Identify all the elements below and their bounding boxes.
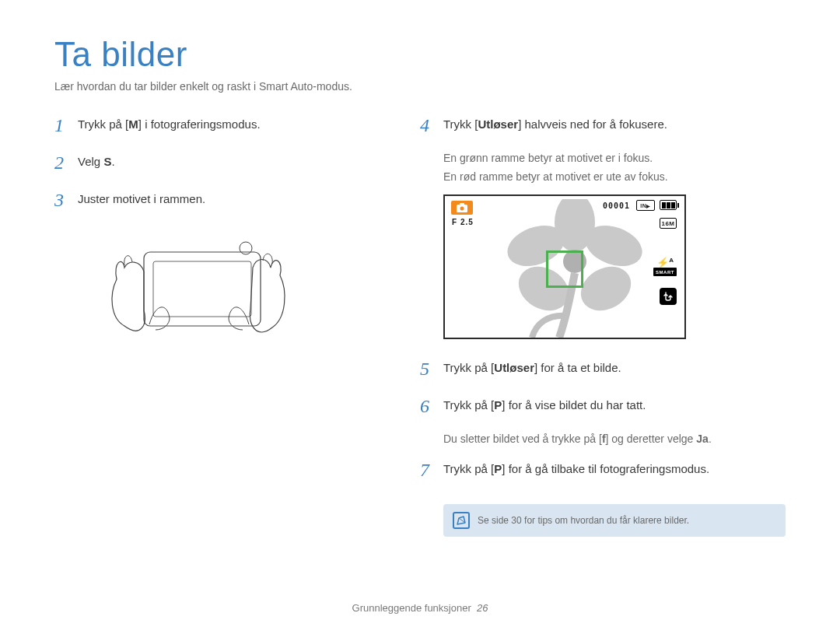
camera-screen-illustration: F 2.5 00001 IN▶ 16M ⚡A SMART (443, 194, 786, 339)
tip-text: Se side 30 for tips om hvordan du får kl… (478, 515, 689, 526)
option-ja: Ja (696, 433, 709, 445)
hands-holding-camera-illustration (101, 225, 395, 360)
t: Trykk på [ (443, 361, 494, 374)
page-title: Ta bilder (54, 35, 786, 74)
step4-note-green: En grønn ramme betyr at motivet er i fok… (443, 150, 786, 167)
t: Trykk på [ (78, 117, 128, 131)
tip-callout: Se side 30 for tips om hvordan du får kl… (443, 504, 786, 537)
focus-frame-green (546, 250, 583, 288)
t: Trykk på [ (443, 462, 494, 475)
left-column: 1 Trykk på [M] i fotograferingsmodus. 2 … (54, 113, 395, 537)
step-text: Trykk på [M] i fotograferingsmodus. (78, 113, 261, 139)
key-m: M (128, 117, 138, 131)
footer-section: Grunnleggende funksjoner (352, 602, 471, 614)
key-p: P (494, 398, 502, 412)
page-footer: Grunnleggende funksjoner 26 (0, 602, 840, 614)
t: . (709, 433, 712, 445)
step-text: Trykk på [P] for å gå tilbake til fotogr… (443, 457, 709, 484)
step-number: 4 (420, 111, 443, 139)
step-text: Trykk på [Utløser] for å ta et bilde. (443, 356, 621, 383)
step-number: 6 (420, 392, 443, 420)
flash-auto-icon: ⚡A (656, 257, 674, 268)
t: ] for å vise bildet du har tatt. (502, 398, 646, 412)
mode-icon (451, 201, 473, 215)
t: Du sletter bildet ved å trykke på [ (443, 433, 602, 445)
right-column: 4 Trykk [Utløser] halvveis ned for å fok… (420, 113, 786, 537)
info-note-icon (453, 512, 470, 529)
t: ] halvveis ned for å fokusere. (518, 117, 667, 131)
step-7: 7 Trykk på [P] for å gå tilbake til foto… (420, 457, 786, 484)
svg-rect-0 (144, 252, 261, 326)
t: . (111, 155, 114, 168)
step6-note: Du sletter bildet ved å trykke på [f] og… (443, 431, 786, 448)
t: Trykk på [ (443, 398, 494, 412)
step-4: 4 Trykk [Utløser] halvveis ned for å fok… (420, 113, 786, 139)
memory-card-icon: IN▶ (636, 200, 655, 211)
key-shutter: Utløser (494, 361, 534, 374)
step-number: 7 (420, 456, 443, 484)
step-number: 5 (420, 355, 443, 383)
camera-lcd: F 2.5 00001 IN▶ 16M ⚡A SMART (443, 194, 686, 339)
t: ] i fotograferingsmodus. (138, 117, 261, 131)
svg-rect-1 (153, 261, 251, 317)
counter-label: 00001 (603, 201, 630, 210)
image-size-icon: 16M (660, 218, 677, 229)
t: ] for å ta et bilde. (534, 361, 621, 374)
t: Trykk [ (443, 117, 478, 131)
image-stabilization-icon (660, 288, 677, 305)
step-number: 1 (54, 111, 78, 139)
content-columns: 1 Trykk på [M] i fotograferingsmodus. 2 … (54, 113, 786, 537)
step-2: 2 Velg S. (54, 150, 395, 177)
key-shutter: Utløser (478, 117, 518, 131)
key-p: P (494, 462, 502, 475)
step-3: 3 Juster motivet i rammen. (54, 187, 395, 214)
step-text: Juster motivet i rammen. (78, 187, 205, 214)
svg-rect-10 (460, 203, 464, 205)
svg-point-2 (240, 242, 252, 254)
battery-icon (660, 200, 677, 210)
svg-point-11 (460, 207, 464, 211)
step-text: Velg S. (78, 150, 115, 177)
footer-page-number: 26 (477, 602, 488, 614)
step-6: 6 Trykk på [P] for å vise bildet du har … (420, 394, 786, 420)
step4-note-red: En rød ramme betyr at motivet er ute av … (443, 169, 786, 186)
key-s: S (103, 155, 111, 168)
step-1: 1 Trykk på [M] i fotograferingsmodus. (54, 113, 395, 139)
aperture-label: F 2.5 (452, 218, 474, 226)
t: Velg (78, 155, 103, 168)
step-5: 5 Trykk på [Utløser] for å ta et bilde. (420, 356, 786, 383)
t: ] og deretter velge (606, 433, 697, 445)
step-number: 3 (54, 186, 78, 214)
smart-label: SMART (653, 268, 677, 276)
t: ] for å gå tilbake til fotograferingsmod… (502, 462, 709, 475)
step-text: Trykk [Utløser] halvveis ned for å fokus… (443, 113, 667, 139)
step-number: 2 (54, 149, 78, 177)
step-text: Trykk på [P] for å vise bildet du har ta… (443, 394, 646, 420)
page-subtitle: Lær hvordan du tar bilder enkelt og rask… (54, 80, 786, 93)
